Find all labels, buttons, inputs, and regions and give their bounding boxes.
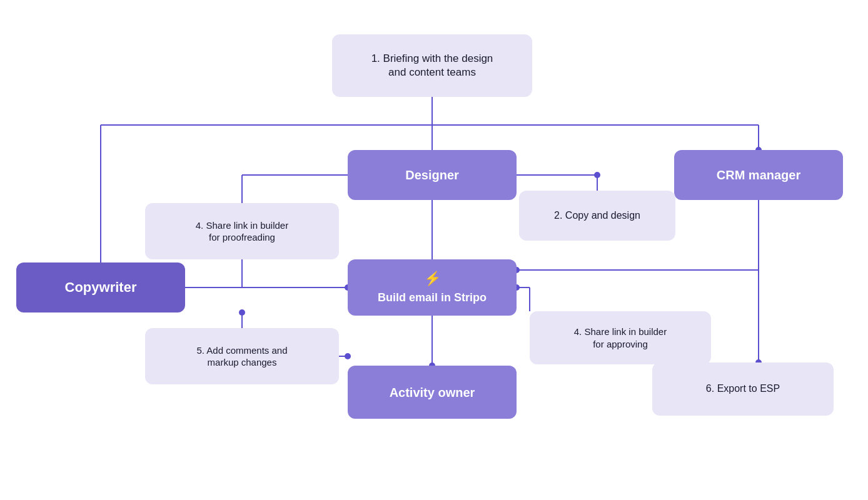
diagram-container: 1. Briefing with the design and content … [0, 0, 868, 500]
stripo-icon: ⚡ [424, 270, 441, 288]
activity-owner-node: Activity owner [348, 366, 517, 419]
svg-point-25 [239, 309, 245, 316]
copywriter-node: Copywriter [16, 262, 185, 312]
briefing-node: 1. Briefing with the design and content … [332, 34, 532, 97]
svg-point-22 [345, 353, 351, 359]
copy-design-node: 2. Copy and design [519, 191, 675, 241]
add-comments-node: 5. Add comments and markup changes [145, 328, 339, 384]
crm-manager-node: CRM manager [674, 150, 843, 200]
build-email-node: ⚡ Build email in Stripo [348, 259, 517, 316]
export-esp-node: 6. Export to ESP [652, 362, 834, 416]
share-link-approve-node: 4. Share link in builder for approving [530, 311, 711, 364]
svg-point-12 [594, 172, 600, 178]
share-link-proof-node: 4. Share link in builder for proofreadin… [145, 203, 339, 259]
designer-node: Designer [348, 150, 517, 200]
